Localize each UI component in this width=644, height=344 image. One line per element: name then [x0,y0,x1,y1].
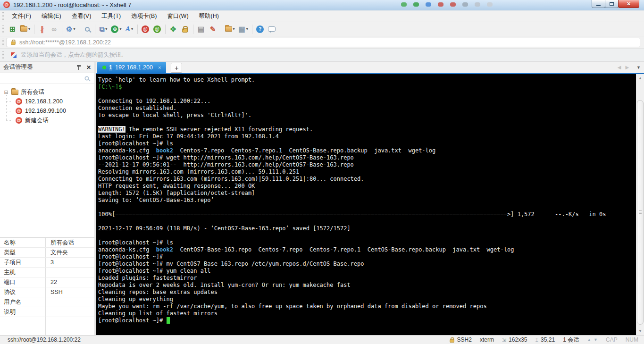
terminal-line: Type `help' to learn how to use Xshell p… [98,76,636,84]
address-input[interactable]: ssh://root:******@192.168.1.200:22 [7,38,640,47]
lock-screen-button[interactable] [179,24,191,35]
property-value: 所有会话 [46,238,94,247]
tab-index: 1 [109,64,112,71]
pin-icon[interactable] [76,65,81,70]
highlight-pen-button[interactable]: ✎ [207,24,219,35]
session-item[interactable]: 新建会话 [0,116,94,125]
menu-item[interactable]: 选项卡(B) [126,11,162,21]
disconnect-button[interactable]: ∦ [36,24,48,35]
main-toolbar: ⊞▾∦∞⚙▾⧉▾⊕▾A▾@@✥▤✎▾▦▾? [0,22,644,36]
session-item[interactable]: 192.168.1.200 [0,97,94,106]
toolbar-items: ⊞▾∦∞⚙▾⧉▾⊕▾A▾@@✥▤✎▾▦▾? [7,24,278,35]
session-properties-button[interactable]: ⚙▾ [64,24,77,35]
dropdown-arrow-icon[interactable]: ▾ [131,27,133,31]
restore-button[interactable] [605,0,619,8]
new-file-button[interactable]: ▾ [223,24,237,35]
dropdown-arrow-icon[interactable]: ▾ [73,27,75,31]
terminal-area: Type `help' to learn how to use Xshell p… [96,74,644,335]
dropdown-arrow-icon[interactable]: ▾ [119,27,121,31]
tree-root-all-sessions[interactable]: ⊟ 所有会话 [0,87,94,97]
toolbar-grip[interactable] [2,25,4,33]
new-session-button[interactable]: ⊞ [7,24,18,35]
tab-close-icon[interactable]: × [158,65,161,70]
session-manager-title: 会话管理器 [3,63,76,71]
terminal-scrollbar[interactable]: ▲ ▼ [636,74,644,335]
terminal-line: [root@localhost ~]# [98,253,636,260]
tile-windows-button[interactable]: ▦▾ [237,24,250,35]
minimize-button[interactable] [592,0,605,8]
menu-item[interactable]: 帮助(H) [194,11,224,21]
web-tools-icon: ⊕ [111,25,118,33]
property-label: 主机 [0,268,46,277]
sidebar-close-icon[interactable]: ✕ [86,64,91,71]
feedback-button[interactable] [266,24,278,35]
toolbar-separator [165,25,166,34]
dropdown-arrow-icon[interactable]: ▾ [105,27,107,31]
dropdown-arrow-icon[interactable]: ▾ [28,27,30,31]
property-value [46,268,94,277]
status-connection: ssh://root@192.168.1.200:22 [0,336,449,343]
dropdown-arrow-icon[interactable]: ▾ [246,27,248,31]
title-bar[interactable]: 192.168.1.200 - root@localhost:~ - Xshel… [0,0,644,10]
xshell-session-icon [16,117,22,124]
terminal-line: [root@localhost ~]# yum clean all [98,268,636,275]
help-button[interactable]: ? [254,24,266,35]
compose-pane-button[interactable]: ⧉▾ [97,24,109,35]
xshell-button[interactable]: @ [140,24,151,35]
session-properties-table: 名称所有会话类型文件夹子项目3主机端口22协议SSH用户名说明 [0,237,94,335]
tab-list-menu-icon[interactable]: ▼ [636,65,641,70]
property-label: 端口 [0,277,46,287]
scroll-down-icon[interactable]: ▼ [636,327,644,335]
full-screen-button[interactable]: ✥ [167,24,179,35]
reconnect-button[interactable]: ∞ [48,24,60,35]
web-tools-button[interactable]: ⊕▾ [109,24,123,35]
find-button[interactable] [81,24,93,35]
terminal-line [98,218,636,225]
tab-scroll-left-icon[interactable]: ◀ [618,65,621,70]
property-value [46,307,94,317]
property-value [46,297,94,307]
menu-item[interactable]: 工具(T) [96,11,126,21]
tab-scroll-right-icon[interactable]: ▶ [625,65,629,70]
info-grip[interactable] [2,51,4,59]
session-search-input[interactable] [3,74,84,83]
xftp-button[interactable]: @ [151,24,163,35]
full-screen-icon: ✥ [170,25,176,33]
search-icon[interactable] [85,76,89,81]
menu-item[interactable]: 文件(F) [7,11,36,21]
dropdown-arrow-icon[interactable]: ▾ [233,27,235,31]
font-icon: A [125,25,130,33]
collapse-icon[interactable]: ⊟ [3,89,9,95]
menu-item[interactable]: 编辑(E) [36,11,67,21]
new-tab-button[interactable]: + [171,63,182,73]
property-row: 主机 [0,268,94,277]
terminal-line: Repodata is over 2 weeks old. Install yu… [98,282,636,289]
tab-192-168-1-200[interactable]: 1 192.168.1.200 × [97,62,166,73]
property-value: 文件夹 [46,248,94,257]
terminal-line: WARNING! The remote SSH server rejected … [98,126,636,133]
menu-grip[interactable] [2,12,4,20]
session-up-icon[interactable]: ▲ [587,337,591,342]
xshell-window: 192.168.1.200 - root@localhost:~ - Xshel… [0,0,644,344]
address-grip[interactable] [2,39,4,46]
session-down-icon[interactable]: ▼ [594,337,598,342]
scroll-up-icon[interactable]: ▲ [636,74,644,82]
property-value: 22 [46,277,94,287]
new-session-icon: ⊞ [9,25,16,33]
caret-position-icon: ⌶ [535,337,538,343]
status-terminal-type[interactable]: xterm [480,336,494,343]
terminal-screen[interactable]: Type `help' to learn how to use Xshell p… [96,74,636,335]
xftp-icon: @ [153,25,161,33]
terminal-line: Length: 1572 (1.5K) [application/octet-s… [98,190,636,197]
font-button[interactable]: A▾ [124,24,135,35]
menu-item[interactable]: 窗口(W) [162,11,193,21]
property-label: 协议 [0,287,46,297]
open-session-folder-button[interactable]: ▾ [18,24,32,35]
scrollbar-thumb[interactable] [637,100,644,325]
compose-pane-icon: ⧉ [100,25,105,33]
menu-item[interactable]: 查看(V) [67,11,97,21]
terminal-line: Connecting to 192.168.1.200:22... [98,98,636,105]
session-item[interactable]: 192.168.99.100 [0,106,94,116]
close-button[interactable]: ✕ [618,0,639,8]
virtual-keyboard-button[interactable]: ▤ [195,24,207,35]
